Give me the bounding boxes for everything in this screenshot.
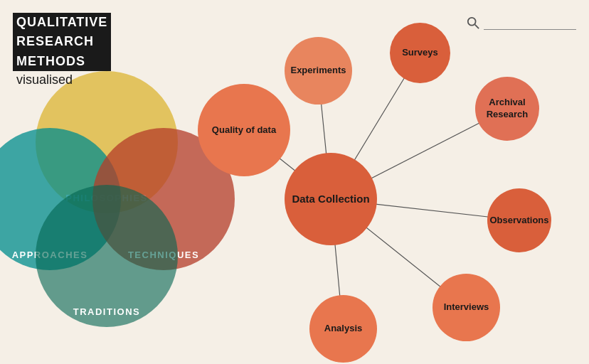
title-line1: QUALITATIVE — [13, 13, 111, 32]
bubble-interviews: Interviews — [433, 274, 500, 341]
svg-line-8 — [475, 25, 479, 28]
bubble-surveys-label: Surveys — [402, 47, 438, 59]
bubble-observations: Observations — [487, 188, 551, 252]
bubble-archival: Archival Research — [475, 77, 539, 141]
search-area — [467, 16, 576, 30]
bubble-interviews-label: Interviews — [444, 301, 489, 314]
search-icon — [467, 16, 479, 29]
bubble-quality-label: Quality of data — [212, 124, 276, 136]
bubble-experiments-label: Experiments — [290, 65, 346, 77]
title-line4: visualised — [13, 71, 111, 89]
title-block: QUALITATIVE RESEARCH METHODS visualised — [13, 13, 111, 89]
circle-traditions: TRADITIONS — [36, 185, 178, 327]
search-input[interactable] — [484, 16, 576, 30]
title-line2: RESEARCH — [13, 32, 111, 51]
svg-point-7 — [468, 18, 476, 26]
title-line3: METHODS — [13, 52, 111, 71]
bubble-observations-label: Observations — [489, 215, 548, 227]
bubble-data-collection-label: Data Collection — [292, 192, 369, 206]
bubble-quality: Quality of data — [198, 84, 290, 176]
bubble-experiments: Experiments — [285, 37, 352, 105]
bubble-surveys: Surveys — [390, 23, 450, 83]
bubble-archival-label: Archival Research — [475, 97, 539, 121]
bubble-analysis: Analysis — [309, 295, 377, 363]
bubble-data-collection: Data Collection — [285, 153, 377, 245]
bubble-analysis-label: Analysis — [324, 323, 362, 335]
